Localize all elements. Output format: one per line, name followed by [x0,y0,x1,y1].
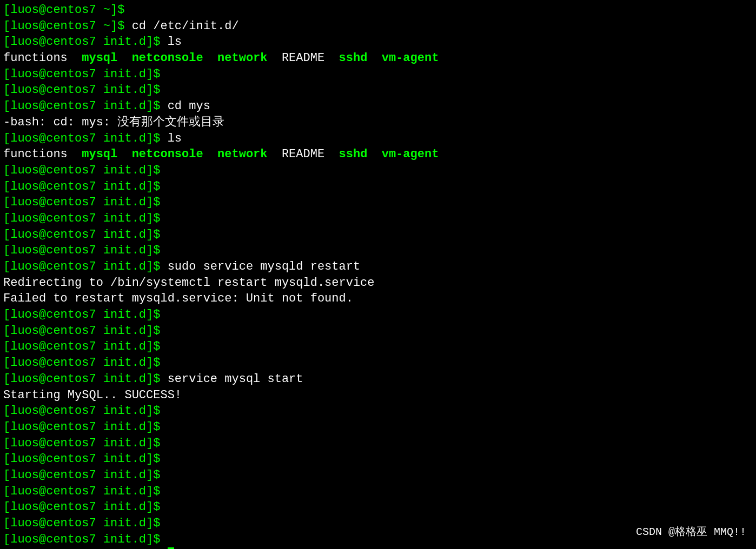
terminal-line: [luos@centos7 init.d]$ [3,66,753,83]
prompt: [luos@centos7 init.d]$ [3,82,160,98]
terminal-line: [luos@centos7 init.d]$ ls [3,34,753,50]
prompt: [luos@centos7 init.d]$ [3,98,160,115]
terminal-line: [luos@centos7 init.d]$ [3,211,753,227]
terminal-line: [luos@centos7 init.d]$ [3,163,753,179]
terminal-line: [luos@centos7 init.d]$ sudo service mysq… [3,259,753,275]
prompt: [luos@centos7 init.d]$ [3,131,160,147]
terminal-line: [luos@centos7 init.d]$ [3,467,753,484]
terminal-line: [luos@centos7 init.d]$ [3,307,753,323]
terminal-output: Redirecting to /bin/systemctl restart my… [3,275,753,291]
terminal-line: [luos@centos7 init.d]$ [3,355,753,371]
terminal-output-error: -bash: cd: mys: 没有那个文件或目录 [3,115,753,131]
prompt: [luos@centos7 init.d]$ [3,259,160,275]
ls-output-2: functions mysql netconsole network READM… [3,146,753,163]
terminal-line: [luos@centos7 ~]$ cd /etc/init.d/ [3,18,753,35]
terminal-line: [luos@centos7 init.d]$ ls [3,131,753,147]
terminal-line: [luos@centos7 init.d]$ [3,82,753,98]
terminal-line: [luos@centos7 init.d]$ [3,451,753,467]
terminal-line: [luos@centos7 init.d]$ [3,195,753,211]
terminal-line: [luos@centos7 init.d]$ [3,436,753,452]
prompt: [luos@centos7 init.d]$ [3,66,160,83]
terminal-output: Failed to restart mysqld.service: Unit n… [3,291,753,307]
terminal-window[interactable]: [luos@centos7 ~]$ [luos@centos7 ~]$ cd /… [0,0,756,549]
terminal-line: [luos@centos7 init.d]$ [3,179,753,195]
terminal-line: [luos@centos7 init.d]$ [3,227,753,243]
terminal-line: [luos@centos7 init.d]$ service mysql sta… [3,371,753,387]
terminal-line: [luos@centos7 init.d]$ [3,243,753,259]
watermark: CSDN @格格巫 MMQ!! [636,525,746,539]
terminal-line: [luos@centos7 init.d]$ [3,484,753,500]
prompt: [luos@centos7 ~]$ [3,2,124,18]
terminal-line: [luos@centos7 init.d]$ [3,403,753,419]
ls-output-1: functions mysql netconsole network READM… [3,50,753,66]
prompt: [luos@centos7 ~]$ [3,18,124,35]
terminal-line: [luos@centos7 ~]$ [3,2,753,18]
terminal-output-success: Starting MySQL.. SUCCESS! [3,387,753,404]
prompt: [luos@centos7 init.d]$ [3,371,160,387]
terminal-line: [luos@centos7 init.d]$ cd mys [3,98,753,115]
terminal-line: [luos@centos7 init.d]$ [3,339,753,355]
prompt: [luos@centos7 init.d]$ [3,34,160,50]
terminal-line: [luos@centos7 init.d]$ [3,499,753,515]
terminal-line: [luos@centos7 init.d]$ [3,419,753,436]
terminal-line: [luos@centos7 init.d]$ [3,323,753,339]
